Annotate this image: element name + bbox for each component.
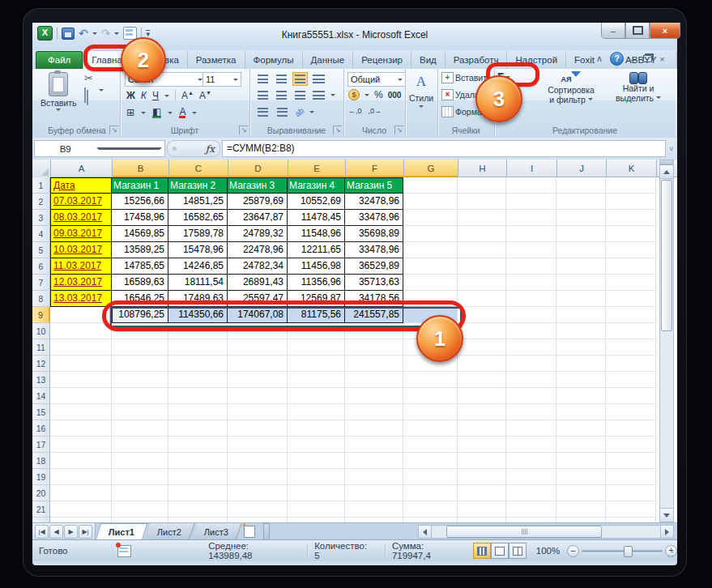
cell-F19[interactable] (345, 469, 403, 485)
workbook-minimize-icon[interactable]: – (631, 54, 636, 64)
cell-B19[interactable] (112, 469, 168, 485)
cell-B21[interactable] (112, 501, 168, 518)
cell-H15[interactable] (458, 404, 506, 420)
prev-sheet-button[interactable]: ◀ (49, 525, 63, 539)
cell-E11[interactable] (288, 339, 345, 356)
alignment-dialog-launcher[interactable]: ↘ (333, 126, 342, 134)
borders-button[interactable]: ⊞ (126, 107, 134, 118)
cell-I12[interactable] (506, 356, 556, 372)
help-icon[interactable]: ? (610, 52, 624, 66)
cell-I11[interactable] (506, 339, 556, 356)
column-header-B[interactable]: B (113, 160, 169, 177)
cell-H13[interactable] (458, 372, 506, 388)
cell-K10[interactable] (606, 323, 656, 339)
cell-B15[interactable] (112, 404, 168, 420)
cell-K9[interactable] (606, 307, 656, 323)
grow-font-button[interactable]: А▲ (181, 90, 194, 101)
cell-J10[interactable] (556, 323, 606, 339)
cell-C12[interactable] (168, 356, 228, 372)
cell-B1[interactable]: Магазин 1 (112, 177, 168, 194)
font-color-button[interactable]: А (179, 108, 185, 118)
fill-color-button[interactable]: ◧ (152, 108, 161, 118)
cell-C20[interactable] (168, 485, 228, 501)
column-header-G[interactable]: G (404, 160, 458, 177)
cell-G18[interactable] (403, 453, 458, 469)
cell-K20[interactable] (606, 485, 656, 501)
cell-G7[interactable] (403, 275, 458, 291)
cell-J19[interactable] (556, 469, 606, 485)
cell-A12[interactable] (50, 356, 112, 372)
cell-J3[interactable] (556, 210, 606, 226)
cell-D18[interactable] (228, 453, 288, 469)
cell-D19[interactable] (228, 469, 288, 485)
minimize-button[interactable]: – (601, 23, 625, 39)
cell-E3[interactable]: 11478,45 (288, 210, 345, 226)
normal-view-button[interactable] (473, 543, 491, 559)
align-center-icon[interactable] (275, 89, 288, 101)
cell-E7[interactable]: 11356,96 (288, 275, 345, 291)
merge-dropdown-icon[interactable] (330, 94, 335, 99)
cell-J21[interactable] (556, 501, 606, 518)
cell-C19[interactable] (168, 469, 228, 485)
cell-B18[interactable] (112, 453, 168, 469)
cell-I16[interactable] (506, 420, 556, 437)
row-header-2[interactable]: 2 (32, 194, 50, 210)
insert-function-button[interactable]: ƒx (167, 140, 220, 157)
horizontal-scroll-thumb[interactable] (446, 526, 602, 538)
cell-K19[interactable] (606, 469, 656, 485)
workbook-restore-icon[interactable] (643, 55, 652, 62)
close-button[interactable]: × (650, 23, 680, 39)
cell-J11[interactable] (556, 339, 606, 356)
number-dialog-launcher[interactable]: ↘ (394, 126, 403, 134)
select-all-corner[interactable] (32, 160, 51, 178)
comma-format-icon[interactable]: 000 (388, 91, 402, 100)
cell-I20[interactable] (506, 485, 556, 501)
cell-G6[interactable] (403, 258, 458, 275)
cell-C21[interactable] (168, 501, 228, 518)
cell-H2[interactable] (458, 194, 506, 210)
cell-B7[interactable]: 16589,63 (112, 275, 168, 291)
cell-E4[interactable]: 11548,96 (288, 226, 345, 242)
row-header-5[interactable]: 5 (32, 242, 50, 258)
cell-A14[interactable] (50, 388, 112, 404)
cell-K1[interactable] (606, 177, 656, 194)
cell-F12[interactable] (345, 356, 403, 372)
save-icon[interactable] (62, 28, 75, 40)
cell-I7[interactable] (506, 275, 556, 291)
cell-E18[interactable] (288, 453, 345, 469)
cell-H3[interactable] (458, 210, 506, 226)
column-header-E[interactable]: E (288, 160, 346, 177)
cell-I13[interactable] (506, 372, 556, 388)
row-header-4[interactable]: 4 (32, 226, 50, 242)
cell-I4[interactable] (506, 226, 556, 242)
cell-G21[interactable] (403, 501, 458, 518)
cell-A10[interactable] (50, 323, 112, 339)
column-header-D[interactable]: D (228, 160, 288, 177)
row-header-12[interactable]: 12 (32, 356, 50, 372)
cell-B12[interactable] (112, 356, 168, 372)
cell-C11[interactable] (168, 339, 228, 356)
cell-J17[interactable] (556, 437, 606, 453)
decrease-decimal-icon[interactable]: ,0→ (369, 107, 382, 115)
cell-J14[interactable] (556, 388, 606, 404)
page-layout-view-button[interactable] (491, 543, 509, 559)
tab-split-handle[interactable] (263, 523, 270, 540)
percent-format-icon[interactable]: % (374, 89, 383, 100)
cell-I19[interactable] (506, 469, 556, 485)
cell-G20[interactable] (403, 485, 458, 501)
cell-J12[interactable] (556, 356, 606, 372)
cell-G4[interactable] (403, 226, 458, 242)
font-size-combo[interactable]: 11 (203, 72, 241, 87)
row-header-7[interactable]: 7 (32, 275, 50, 291)
cell-H7[interactable] (458, 275, 506, 291)
increase-indent-icon[interactable] (275, 106, 289, 118)
align-top-icon[interactable] (256, 73, 270, 85)
horizontal-scrollbar[interactable] (418, 526, 674, 538)
cell-A4[interactable]: 09.03.2017 (50, 226, 112, 242)
cell-D13[interactable] (228, 372, 288, 388)
row-header-3[interactable]: 3 (32, 210, 50, 226)
paste-dropdown-icon[interactable] (56, 109, 61, 113)
cell-K8[interactable] (606, 291, 656, 307)
cell-A19[interactable] (50, 469, 112, 485)
row-header-15[interactable]: 15 (32, 404, 50, 420)
